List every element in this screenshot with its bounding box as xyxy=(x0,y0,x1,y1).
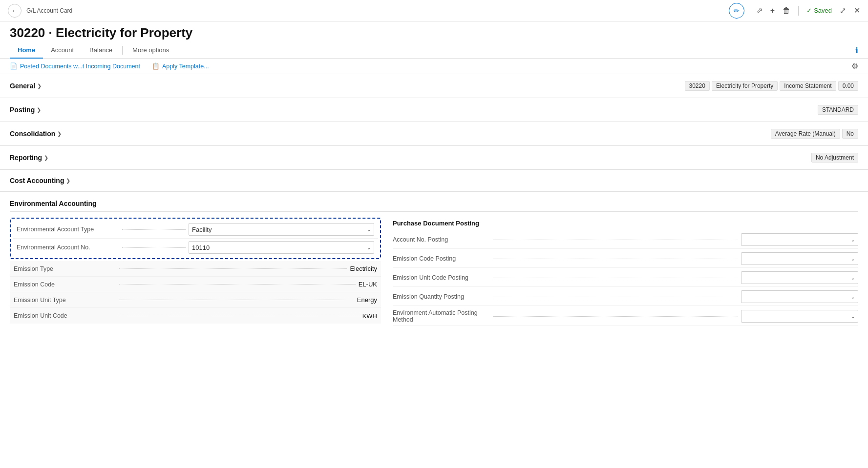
highlight-box: Environmental Account Type Facility ⌄ En… xyxy=(10,218,381,259)
environmental-accounting-section: Environmental Accounting Environmental A… xyxy=(0,192,868,335)
env-left-column: Environmental Account Type Facility ⌄ En… xyxy=(10,218,381,327)
emission-quantity-posting-row: Emission Quantity Posting ⌄ xyxy=(393,288,858,306)
environmental-accounting-content: Environmental Account Type Facility ⌄ En… xyxy=(10,218,858,327)
chevron-down-icon-6: ⌄ xyxy=(851,294,855,300)
separator xyxy=(798,6,799,16)
dotted-separator xyxy=(122,229,186,230)
consolidation-section: Consolidation ❯ Average Rate (Manual) No xyxy=(0,122,868,146)
back-button[interactable]: ← xyxy=(8,4,21,18)
delete-button[interactable]: 🗑 xyxy=(783,6,790,15)
emission-code-posting-dropdown[interactable]: ⌄ xyxy=(741,252,858,265)
chevron-down-icon-7: ⌄ xyxy=(851,314,855,319)
emission-unit-type-label: Emission Unit Type xyxy=(14,297,116,304)
emission-type-value: Electricity xyxy=(350,265,377,272)
tab-home[interactable]: Home xyxy=(10,42,43,59)
emission-unit-code-label: Emission Unit Code xyxy=(14,312,116,319)
env-account-no-dropdown[interactable]: 10110 ⌄ xyxy=(189,241,374,254)
environmental-accounting-title: Environmental Accounting xyxy=(10,200,858,212)
env-account-type-dropdown[interactable]: Facility ⌄ xyxy=(189,223,374,236)
apply-template-button[interactable]: 📋 Apply Template... xyxy=(152,62,209,70)
general-summary: 30220 Electricity for Property Income St… xyxy=(685,81,859,91)
emission-unit-code-value: KWH xyxy=(362,312,377,320)
emission-quantity-posting-label: Emission Quantity Posting xyxy=(393,293,490,300)
emission-unit-code-posting-label: Emission Unit Code Posting xyxy=(393,274,490,281)
cost-accounting-section: Cost Accounting ❯ xyxy=(0,170,868,192)
posting-section-header[interactable]: Posting ❯ STANDARD xyxy=(0,98,868,122)
general-chevron: ❯ xyxy=(37,83,42,89)
edit-icon: ✏ xyxy=(734,7,740,15)
emission-code-value: EL-UK xyxy=(359,281,377,288)
env-account-no-label: Environmental Account No. xyxy=(17,244,119,251)
collapse-button[interactable]: ✕ xyxy=(854,6,860,15)
tab-account[interactable]: Account xyxy=(43,42,82,59)
emission-code-row: Emission Code EL-UK xyxy=(10,277,381,292)
account-no-posting-dropdown[interactable]: ⌄ xyxy=(741,233,858,246)
env-right-column: Purchase Document Posting Account No. Po… xyxy=(393,218,858,327)
consolidation-section-header[interactable]: Consolidation ❯ Average Rate (Manual) No xyxy=(0,122,868,145)
purchase-document-posting-title: Purchase Document Posting xyxy=(393,218,858,227)
chevron-down-icon-4: ⌄ xyxy=(851,256,855,262)
account-no-posting-label: Account No. Posting xyxy=(393,236,490,243)
info-icon[interactable]: ℹ xyxy=(855,46,858,55)
dotted-sep-6 xyxy=(119,316,360,316)
breadcrumb: G/L Account Card xyxy=(26,7,72,14)
chevron-down-icon-3: ⌄ xyxy=(851,237,855,243)
posting-chevron: ❯ xyxy=(37,107,41,113)
dotted-sep-4 xyxy=(119,284,356,285)
share-button[interactable]: ⇗ xyxy=(756,6,762,15)
tab-balance[interactable]: Balance xyxy=(82,42,120,59)
apply-template-icon: 📋 xyxy=(152,62,160,70)
emission-unit-type-row: Emission Unit Type Energy xyxy=(10,292,381,308)
saved-status: ✓ Saved xyxy=(806,7,832,14)
tab-more-options[interactable]: More options xyxy=(125,42,177,59)
checkmark-icon: ✓ xyxy=(806,7,812,14)
page-title-area: 30220 · Electricity for Property xyxy=(0,21,868,42)
settings-icon[interactable]: ⚙ xyxy=(851,62,858,70)
general-section-header[interactable]: General ❯ 30220 Electricity for Property… xyxy=(0,74,868,98)
account-no-posting-row: Account No. Posting ⌄ xyxy=(393,231,858,249)
top-bar: ← G/L Account Card ✏ ⇗ + 🗑 ✓ Saved ⤢ ✕ xyxy=(0,0,868,21)
reporting-section: Reporting ❯ No Adjustment xyxy=(0,146,868,170)
emission-quantity-posting-dropdown[interactable]: ⌄ xyxy=(741,290,858,303)
emission-unit-code-posting-dropdown[interactable]: ⌄ xyxy=(741,271,858,284)
chevron-down-icon-5: ⌄ xyxy=(851,275,855,281)
emission-type-row: Emission Type Electricity xyxy=(10,261,381,277)
emission-unit-type-value: Energy xyxy=(357,296,377,304)
posted-docs-icon: 📄 xyxy=(10,62,18,70)
expand-button[interactable]: ⤢ xyxy=(840,6,846,15)
emission-unit-code-posting-row: Emission Unit Code Posting ⌄ xyxy=(393,269,858,287)
reporting-summary: No Adjustment xyxy=(811,153,858,163)
env-account-type-value: Facility xyxy=(192,226,367,233)
emission-code-posting-row: Emission Code Posting ⌄ xyxy=(393,250,858,268)
tabs-bar: Home Account Balance More options ℹ xyxy=(0,42,868,59)
edit-button[interactable]: ✏ xyxy=(729,3,744,19)
env-account-no-row: Environmental Account No. 10110 ⌄ xyxy=(13,239,378,256)
posted-documents-button[interactable]: 📄 Posted Documents w...t Incoming Docume… xyxy=(10,62,140,70)
reporting-chevron: ❯ xyxy=(44,155,48,161)
posting-section: Posting ❯ STANDARD xyxy=(0,98,868,122)
tab-separator xyxy=(122,46,123,55)
env-account-no-value: 10110 xyxy=(192,244,367,251)
chevron-down-icon-2: ⌄ xyxy=(367,245,371,250)
dotted-sep-5 xyxy=(119,300,354,300)
chevron-down-icon: ⌄ xyxy=(367,227,371,232)
action-bar: 📄 Posted Documents w...t Incoming Docume… xyxy=(0,59,868,74)
general-section: General ❯ 30220 Electricity for Property… xyxy=(0,74,868,98)
env-account-type-row: Environmental Account Type Facility ⌄ xyxy=(13,221,378,239)
page-title: 30220 · Electricity for Property xyxy=(10,25,858,41)
emission-unit-code-row: Emission Unit Code KWH xyxy=(10,308,381,324)
env-auto-posting-method-row: Environment Automatic Posting Method ⌄ xyxy=(393,307,858,326)
emission-code-posting-label: Emission Code Posting xyxy=(393,255,490,262)
env-account-type-label: Environmental Account Type xyxy=(17,226,119,233)
cost-accounting-section-header[interactable]: Cost Accounting ❯ xyxy=(0,170,868,191)
consolidation-chevron: ❯ xyxy=(57,131,62,137)
env-auto-posting-method-label: Environment Automatic Posting Method xyxy=(393,309,490,323)
reporting-section-header[interactable]: Reporting ❯ No Adjustment xyxy=(0,146,868,169)
add-button[interactable]: + xyxy=(770,6,775,15)
consolidation-summary: Average Rate (Manual) No xyxy=(771,129,858,139)
dotted-sep-3 xyxy=(119,268,347,269)
cost-accounting-chevron: ❯ xyxy=(66,178,70,184)
posting-summary: STANDARD xyxy=(818,105,858,115)
env-auto-posting-method-dropdown[interactable]: ⌄ xyxy=(741,310,858,323)
emission-type-label: Emission Type xyxy=(14,265,116,272)
